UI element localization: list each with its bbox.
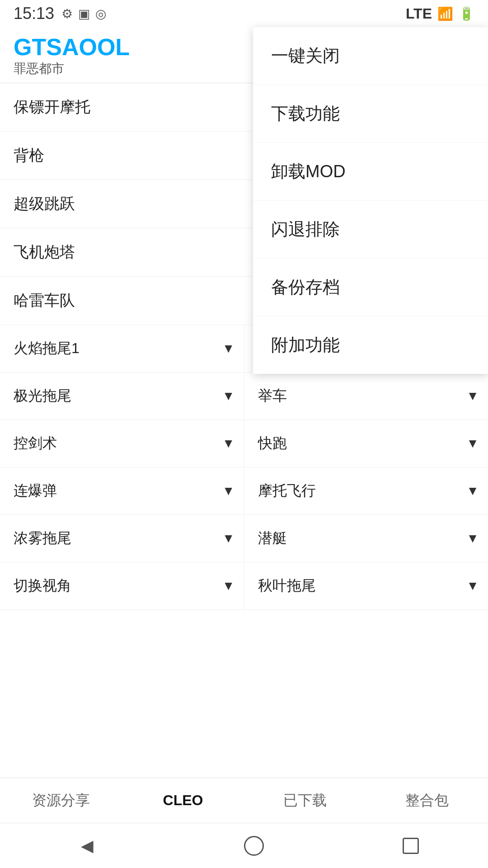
dropdown-arrow-right-icon: ▼	[466, 531, 479, 546]
dropdown-arrow-right-icon: ▼	[466, 389, 479, 403]
dropdown-arrow-right-icon: ▼	[466, 484, 479, 498]
two-col-label-right: 举车	[258, 386, 462, 406]
two-col-label-right: 快跑	[258, 434, 462, 453]
status-bar: 15:13 ⚙ ▣ ◎ LTE 📶 🔋	[0, 0, 488, 27]
dropdown-menu: 一键关闭 下载功能 卸载MOD 闪退排除 备份存档 附加功能	[253, 27, 488, 374]
two-col-item-left[interactable]: 火焰拖尾1 ▼	[0, 325, 244, 373]
two-col-label-left: 连爆弹	[14, 481, 218, 501]
dropdown-arrow-left-icon: ▼	[222, 531, 235, 546]
sim-icon: ▣	[78, 6, 90, 21]
two-col-row: 浓雾拖尾 ▼ 潜艇 ▼	[0, 515, 488, 562]
menu-item-crash-fix[interactable]: 闪退排除	[253, 201, 488, 259]
two-col-label-left: 控剑术	[14, 434, 218, 453]
dropdown-arrow-left-icon: ▼	[222, 436, 235, 451]
two-col-item-left[interactable]: 切换视角 ▼	[0, 562, 244, 610]
dropdown-arrow-right-icon: ▼	[466, 579, 479, 593]
nav-back-button[interactable]: ◀	[69, 832, 105, 859]
menu-item-download-function[interactable]: 下载功能	[253, 85, 488, 143]
two-col-label-left: 切换视角	[14, 576, 218, 596]
two-col-item-left[interactable]: 连爆弹 ▼	[0, 467, 244, 515]
dropdown-arrow-right-icon: ▼	[466, 436, 479, 451]
menu-item-one-key-close[interactable]: 一键关闭	[253, 27, 488, 85]
two-col-item-right[interactable]: 摩托飞行 ▼	[244, 467, 488, 515]
bottom-nav: 资源分享 CLEO 已下载 整合包	[0, 778, 488, 823]
menu-item-backup-save[interactable]: 备份存档	[253, 259, 488, 316]
nav-home-button[interactable]	[244, 836, 264, 856]
two-col-item-left[interactable]: 极光拖尾 ▼	[0, 373, 244, 420]
menu-item-extra-function[interactable]: 附加功能	[253, 316, 488, 374]
two-col-item-right[interactable]: 举车 ▼	[244, 373, 488, 420]
nav-resources[interactable]: 资源分享	[0, 778, 122, 823]
battery-icon: 🔋	[459, 6, 474, 21]
dropdown-arrow-left-icon: ▼	[222, 484, 235, 498]
lte-label: LTE	[406, 5, 432, 22]
two-col-row: 极光拖尾 ▼ 举车 ▼	[0, 373, 488, 420]
settings-icon: ⚙	[61, 6, 73, 21]
dropdown-arrow-left-icon: ▼	[222, 389, 235, 403]
nav-downloaded[interactable]: 已下载	[244, 778, 366, 823]
status-bar-left: 15:13 ⚙ ▣ ◎	[14, 4, 106, 23]
dropdown-arrow-left-icon: ▼	[222, 579, 235, 593]
nav-recent-button[interactable]	[403, 838, 419, 854]
two-col-item-left[interactable]: 浓雾拖尾 ▼	[0, 515, 244, 562]
nfc-icon: ◎	[95, 6, 106, 21]
two-col-label-right: 摩托飞行	[258, 481, 462, 501]
two-col-label-right: 秋叶拖尾	[258, 576, 462, 596]
two-col-row: 控剑术 ▼ 快跑 ▼	[0, 420, 488, 467]
two-col-label-left: 浓雾拖尾	[14, 528, 218, 548]
dropdown-arrow-left-icon: ▼	[222, 341, 235, 356]
two-col-row: 切换视角 ▼ 秋叶拖尾 ▼	[0, 562, 488, 610]
two-col-label-right: 潜艇	[258, 528, 462, 548]
nav-bundle[interactable]: 整合包	[366, 778, 488, 823]
status-time: 15:13	[14, 4, 54, 23]
status-icons: ⚙ ▣ ◎	[61, 6, 106, 21]
two-col-row: 连爆弹 ▼ 摩托飞行 ▼	[0, 467, 488, 515]
menu-item-uninstall-mod[interactable]: 卸载MOD	[253, 143, 488, 201]
two-col-label-left: 极光拖尾	[14, 386, 218, 406]
system-nav: ◀	[0, 823, 488, 868]
nav-cleo[interactable]: CLEO	[122, 778, 244, 823]
two-col-item-right[interactable]: 秋叶拖尾 ▼	[244, 562, 488, 610]
signal-icon: 📶	[437, 6, 453, 21]
two-col-label-left: 火焰拖尾1	[14, 339, 218, 359]
two-col-item-left[interactable]: 控剑术 ▼	[0, 420, 244, 467]
two-col-item-right[interactable]: 潜艇 ▼	[244, 515, 488, 562]
two-col-item-right[interactable]: 快跑 ▼	[244, 420, 488, 467]
status-bar-right: LTE 📶 🔋	[406, 5, 474, 22]
